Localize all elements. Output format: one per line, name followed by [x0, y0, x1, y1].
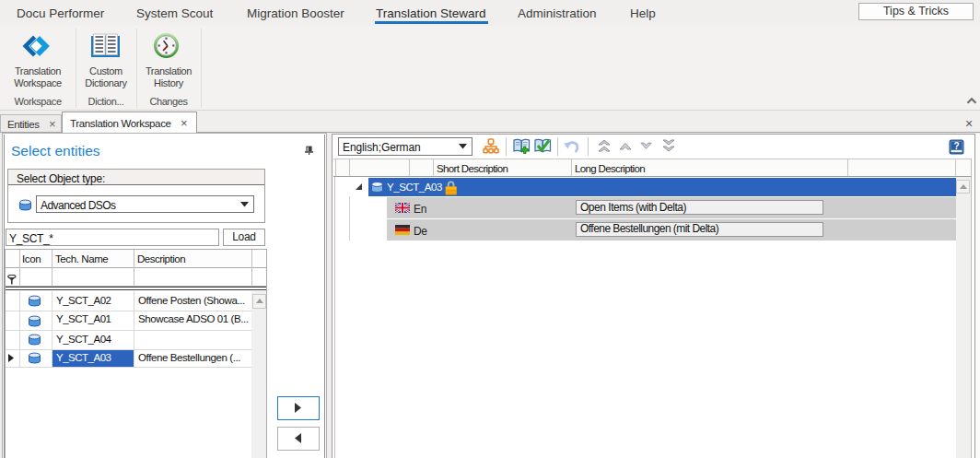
svg-text:?: ? — [953, 141, 959, 151]
